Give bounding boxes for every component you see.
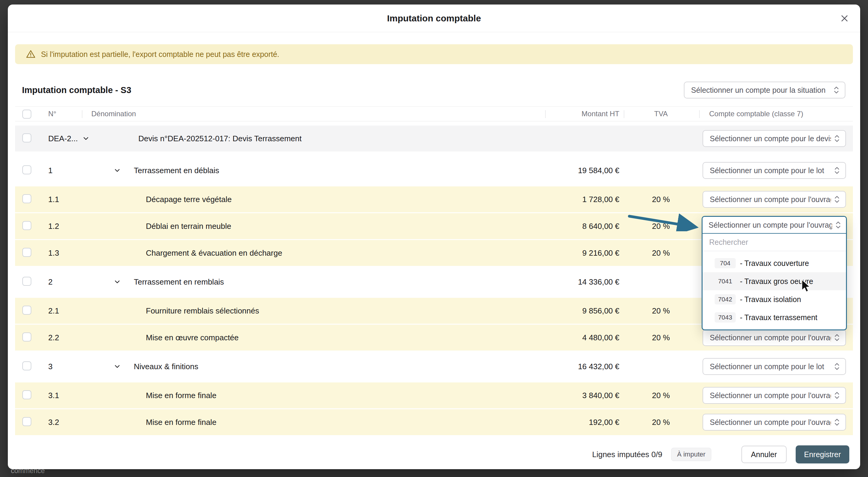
row-name: Mise en forme finale bbox=[134, 391, 499, 400]
account-select[interactable]: Sélectionner un compte pour l'ouvrage bbox=[703, 191, 846, 208]
row-amount: 4 480,00 € bbox=[499, 333, 619, 342]
account-code-badge: 7041 bbox=[715, 276, 736, 286]
account-dropdown: Sélectionner un compte pour l'ouvrage704… bbox=[702, 216, 847, 330]
chevron-up-down-icon bbox=[834, 195, 840, 204]
header-denomination: Dénomination bbox=[91, 110, 136, 118]
save-button[interactable]: Enregistrer bbox=[796, 445, 849, 464]
table-row: 3Niveaux & finitions16 432,00 €Sélection… bbox=[15, 353, 853, 379]
row-name: Devis n°DEA-202512-017: Devis Terrasseme… bbox=[134, 134, 499, 143]
table-row: 3.1Mise en forme finale3 840,00 €20 %Sél… bbox=[15, 382, 853, 408]
table-row: 1.2Déblai en terrain meuble8 640,00 €20 … bbox=[15, 213, 853, 239]
dropdown-option[interactable]: 7042- Travaux isolation bbox=[703, 290, 846, 308]
search-input[interactable] bbox=[709, 238, 839, 247]
row-tva: 20 % bbox=[619, 248, 703, 258]
row-checkbox[interactable] bbox=[22, 277, 31, 286]
account-select[interactable]: Sélectionner un compte pour le devis bbox=[703, 130, 846, 147]
row-name: Mise en œuvre compactée bbox=[134, 333, 499, 342]
row-number: 1 bbox=[48, 166, 53, 175]
dropdown-option[interactable]: 7043- Travaux terrassement bbox=[703, 308, 846, 327]
table-row: 3.2Mise en forme finale192,00 €20 %Sélec… bbox=[15, 409, 853, 435]
row-amount: 3 840,00 € bbox=[499, 391, 619, 400]
row-number: 1.3 bbox=[48, 248, 59, 258]
row-amount: 14 336,00 € bbox=[499, 277, 619, 287]
chevron-up-down-icon bbox=[834, 391, 840, 400]
row-number: 2.2 bbox=[48, 333, 59, 342]
select-all-checkbox[interactable] bbox=[22, 110, 31, 118]
account-select[interactable]: Sélectionner un compte pour le lot bbox=[703, 358, 846, 375]
row-checkbox[interactable] bbox=[22, 417, 31, 426]
chevron-up-down-icon bbox=[834, 166, 840, 175]
row-amount: 8 640,00 € bbox=[499, 222, 619, 231]
account-select[interactable]: Sélectionner un compte pour l'ouvrage bbox=[703, 387, 846, 404]
section-title: Imputation comptable - S3 bbox=[22, 85, 131, 95]
cancel-button[interactable]: Annuler bbox=[741, 446, 786, 463]
row-checkbox[interactable] bbox=[22, 390, 31, 399]
row-number: 3 bbox=[48, 362, 53, 371]
status-badge: À imputer bbox=[671, 448, 711, 461]
row-tva: 20 % bbox=[619, 418, 703, 427]
row-name: Chargement & évacuation en décharge bbox=[134, 248, 499, 258]
row-tva: 20 % bbox=[619, 333, 703, 342]
row-amount: 9 216,00 € bbox=[499, 248, 619, 258]
table-row: 1Terrassement en déblais19 584,00 €Sélec… bbox=[15, 158, 853, 183]
row-amount: 19 584,00 € bbox=[499, 166, 619, 175]
row-checkbox[interactable] bbox=[22, 194, 31, 203]
account-select[interactable]: Sélectionner un compte pour l'ouvrage bbox=[703, 414, 846, 431]
row-tva: 20 % bbox=[619, 195, 703, 204]
table-rows: DEA-2...Devis n°DEA-202512-017: Devis Te… bbox=[15, 126, 853, 435]
row-number: 2 bbox=[48, 277, 53, 287]
row-tva: 20 % bbox=[619, 391, 703, 400]
warning-icon bbox=[26, 49, 36, 59]
table-row: DEA-2...Devis n°DEA-202512-017: Devis Te… bbox=[15, 126, 853, 151]
row-checkbox[interactable] bbox=[22, 221, 31, 230]
section-bar: Imputation comptable - S3 Sélectionner u… bbox=[15, 81, 853, 99]
row-checkbox[interactable] bbox=[22, 133, 31, 142]
account-code-badge: 704 bbox=[715, 258, 736, 268]
close-button[interactable] bbox=[838, 12, 851, 25]
account-select-open[interactable]: Sélectionner un compte pour l'ouvrage bbox=[703, 217, 846, 234]
chevron-up-down-icon bbox=[834, 134, 840, 143]
account-code-badge: 7043 bbox=[715, 312, 736, 322]
header-divider bbox=[545, 110, 546, 118]
row-checkbox[interactable] bbox=[22, 333, 31, 341]
chevron-down-icon[interactable] bbox=[113, 167, 121, 174]
row-checkbox[interactable] bbox=[22, 361, 31, 370]
row-checkbox[interactable] bbox=[22, 306, 31, 315]
header-num: N° bbox=[48, 110, 56, 118]
row-name: Décapage terre végétale bbox=[134, 195, 499, 204]
chevron-up-down-icon bbox=[833, 86, 839, 94]
account-label: - Travaux terrassement bbox=[740, 313, 817, 322]
header-compte-comptable: Compte comptable (classe 7) bbox=[709, 110, 803, 118]
account-select[interactable]: Sélectionner un compte pour le lot bbox=[703, 162, 846, 179]
account-label: - Travaux couverture bbox=[740, 259, 809, 268]
row-number: 2.1 bbox=[48, 306, 59, 316]
row-name: Niveaux & finitions bbox=[134, 362, 499, 371]
row-name: Terrassement en remblais bbox=[134, 277, 499, 287]
row-number: 1.1 bbox=[48, 195, 59, 204]
dropdown-option[interactable]: 7041- Travaux gros oeuvre bbox=[703, 272, 846, 290]
lines-imputed-label: Lignes imputées 0/9 bbox=[592, 450, 662, 459]
header-divider bbox=[82, 110, 82, 118]
dropdown-options: 704- Travaux couverture7041- Travaux gro… bbox=[703, 251, 846, 330]
chevron-down-icon[interactable] bbox=[82, 135, 90, 142]
row-checkbox[interactable] bbox=[22, 248, 31, 257]
chevron-up-down-icon bbox=[834, 418, 840, 427]
chevron-up-down-icon bbox=[834, 362, 840, 371]
modal-footer: Lignes imputées 0/9 À imputer Annuler En… bbox=[8, 440, 860, 469]
situation-account-select[interactable]: Sélectionner un compte pour la situation bbox=[684, 81, 845, 99]
account-label: - Travaux isolation bbox=[740, 295, 801, 304]
row-checkbox[interactable] bbox=[22, 165, 31, 174]
chevron-down-icon[interactable] bbox=[113, 363, 121, 370]
warning-text: Si l'imputation est partielle, l'export … bbox=[41, 50, 279, 59]
chevron-down-icon[interactable] bbox=[113, 278, 121, 286]
account-select[interactable]: Sélectionner un compte pour l'ouvrage bbox=[703, 329, 846, 346]
row-amount: 1 728,00 € bbox=[499, 195, 619, 204]
row-name: Déblai en terrain meuble bbox=[134, 222, 499, 231]
dropdown-option[interactable]: 704- Travaux couverture bbox=[703, 254, 846, 272]
dropdown-search-row bbox=[703, 234, 846, 251]
row-number: 3.2 bbox=[48, 418, 59, 427]
account-code-badge: 7042 bbox=[715, 294, 736, 304]
situation-select-label: Sélectionner un compte pour la situation bbox=[691, 86, 830, 95]
row-number: 3.1 bbox=[48, 391, 59, 400]
row-name: Mise en forme finale bbox=[134, 418, 499, 427]
